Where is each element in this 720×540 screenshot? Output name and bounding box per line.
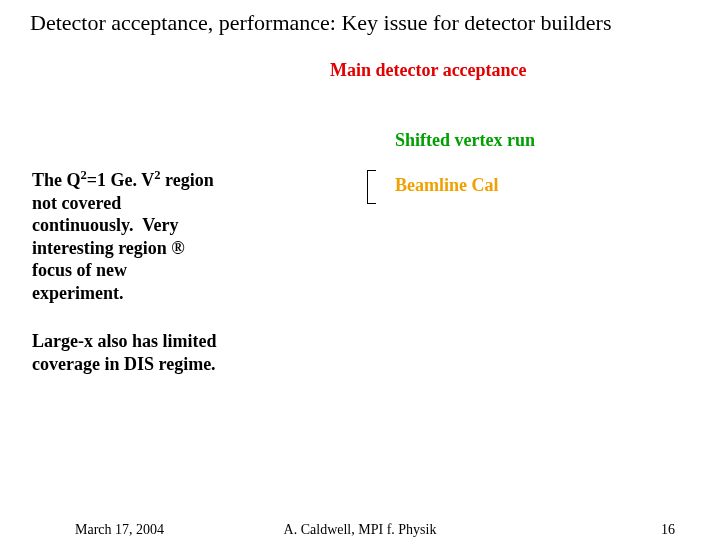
paragraph-large-x: Large-x also has limited coverage in DIS… [32, 330, 222, 375]
label-main-acceptance: Main detector acceptance [330, 60, 527, 81]
bracket-icon [367, 170, 376, 204]
slide-title: Detector acceptance, performance: Key is… [30, 10, 720, 36]
paragraph-q2-region: The Q2=1 Ge. V2 region not covered conti… [32, 168, 222, 304]
footer-page-number: 16 [661, 522, 675, 538]
text-fragment: =1 Ge. V [87, 170, 154, 190]
text-fragment: The Q [32, 170, 81, 190]
label-shifted-vertex: Shifted vertex run [395, 130, 535, 151]
label-beamline-cal: Beamline Cal [395, 175, 499, 196]
footer-author: A. Caldwell, MPI f. Physik [0, 522, 720, 538]
